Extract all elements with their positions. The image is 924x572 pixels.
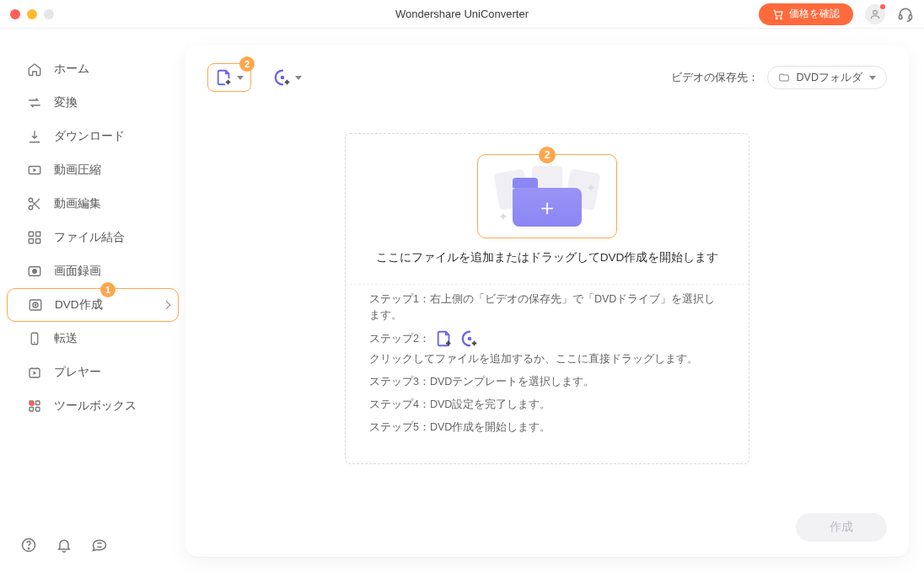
svg-point-30 bbox=[468, 337, 472, 341]
svg-point-0 bbox=[776, 17, 777, 19]
chevron-down-icon bbox=[295, 76, 302, 80]
minimize-icon[interactable] bbox=[27, 9, 37, 19]
convert-icon bbox=[27, 95, 42, 110]
scissors-icon bbox=[27, 196, 42, 211]
sidebar-item-label: ツールボックス bbox=[54, 398, 137, 414]
add-disc-icon bbox=[273, 68, 292, 87]
step-3: ステップ3：DVDテンプレートを選択します。 bbox=[369, 374, 725, 390]
svg-rect-3 bbox=[900, 14, 902, 19]
sidebar-item-toolbox[interactable]: ツールボックス bbox=[7, 389, 179, 423]
callout-badge: 2 bbox=[239, 56, 255, 72]
record-icon bbox=[27, 264, 42, 279]
chevron-down-icon bbox=[237, 76, 244, 80]
svg-rect-10 bbox=[36, 232, 40, 236]
bell-button[interactable] bbox=[56, 537, 73, 553]
svg-marker-6 bbox=[34, 168, 37, 173]
svg-point-8 bbox=[29, 206, 33, 210]
destination-dropdown[interactable]: DVDフォルダ bbox=[767, 66, 887, 89]
close-icon[interactable] bbox=[10, 9, 20, 19]
sidebar-item-label: ホーム bbox=[54, 61, 89, 77]
titlebar: Wondershare UniConverter 価格を確認 bbox=[0, 0, 924, 29]
create-button[interactable]: 作成 bbox=[796, 513, 887, 542]
user-avatar[interactable] bbox=[865, 4, 885, 24]
svg-point-1 bbox=[781, 17, 782, 19]
main-panel: 2 ビデオの保存先： DVDフォルダ bbox=[185, 29, 924, 572]
callout-badge: 2 bbox=[539, 147, 556, 163]
maximize-icon[interactable] bbox=[44, 9, 54, 19]
help-button[interactable] bbox=[20, 537, 37, 553]
dropzone[interactable]: 2 ✦ ✦ ＋ ここにファイルを追加またはドラッグ bbox=[345, 133, 749, 465]
sidebar-item-compress[interactable]: 動画圧縮 bbox=[7, 153, 179, 187]
download-icon bbox=[27, 129, 42, 144]
sidebar-item-player[interactable]: プレヤー bbox=[7, 355, 179, 389]
svg-rect-9 bbox=[29, 232, 33, 236]
sidebar-item-record[interactable]: 画面録画 bbox=[7, 254, 179, 288]
destination-value: DVDフォルダ bbox=[797, 71, 862, 85]
sidebar-item-download[interactable]: ダウンロード bbox=[7, 120, 179, 153]
svg-point-2 bbox=[873, 10, 878, 14]
svg-point-7 bbox=[29, 198, 33, 202]
svg-rect-23 bbox=[30, 408, 34, 412]
svg-point-14 bbox=[33, 270, 37, 274]
sidebar-item-label: 動画編集 bbox=[54, 196, 101, 211]
add-file-button[interactable]: 2 bbox=[207, 63, 251, 92]
toolbox-icon bbox=[27, 398, 42, 414]
feedback-button[interactable] bbox=[91, 537, 108, 553]
svg-rect-11 bbox=[29, 239, 33, 243]
add-file-icon bbox=[215, 68, 234, 87]
svg-marker-20 bbox=[34, 372, 37, 376]
sidebar-item-label: ファイル結合 bbox=[54, 230, 125, 245]
sidebar-item-edit[interactable]: 動画編集 bbox=[7, 187, 179, 221]
price-button-label: 価格を確認 bbox=[789, 7, 840, 21]
sidebar-item-dvd[interactable]: 1 DVD作成 bbox=[7, 288, 179, 322]
svg-rect-4 bbox=[909, 14, 911, 19]
sidebar-item-label: DVD作成 bbox=[55, 297, 103, 313]
svg-point-17 bbox=[35, 304, 36, 306]
sidebar-item-label: 動画圧縮 bbox=[54, 163, 101, 178]
notification-dot-icon bbox=[30, 401, 35, 406]
sparkle-icon: ✦ bbox=[498, 210, 508, 223]
sidebar-item-label: 画面録画 bbox=[54, 264, 101, 279]
sidebar-item-home[interactable]: ホーム bbox=[7, 52, 179, 86]
user-icon bbox=[869, 8, 881, 20]
sidebar-item-label: 転送 bbox=[54, 331, 78, 346]
home-icon bbox=[27, 61, 42, 77]
step-1: ステップ1：右上側の「ビデオの保存先」で「DVDドライブ」を選択します。 bbox=[369, 291, 725, 323]
disc-icon bbox=[28, 297, 43, 313]
step-4: ステップ4：DVD設定を完了します。 bbox=[369, 397, 725, 413]
sidebar-item-label: 変換 bbox=[54, 95, 78, 110]
svg-rect-24 bbox=[36, 408, 40, 412]
transfer-icon bbox=[27, 331, 42, 346]
svg-rect-22 bbox=[36, 401, 40, 405]
player-icon bbox=[27, 365, 42, 380]
price-button[interactable]: 価格を確認 bbox=[759, 3, 853, 25]
sidebar-item-convert[interactable]: 変換 bbox=[7, 86, 179, 120]
sidebar-item-label: プレヤー bbox=[54, 365, 101, 380]
toolbar: 2 ビデオの保存先： DVDフォルダ bbox=[207, 61, 887, 94]
dropzone-illustration: 2 ✦ ✦ ＋ bbox=[477, 154, 617, 238]
chevron-down-icon bbox=[869, 76, 876, 80]
callout-badge: 1 bbox=[100, 282, 116, 297]
window-controls[interactable] bbox=[10, 9, 54, 19]
add-disc-button[interactable] bbox=[266, 63, 309, 92]
add-file-icon bbox=[435, 329, 454, 348]
sidebar-item-label: ダウンロード bbox=[54, 129, 125, 144]
step-5: ステップ5：DVD作成を開始します。 bbox=[369, 420, 725, 436]
svg-point-26 bbox=[28, 548, 29, 549]
merge-icon bbox=[27, 230, 42, 245]
svg-point-28 bbox=[281, 76, 285, 80]
headset-icon[interactable] bbox=[897, 6, 914, 23]
svg-rect-12 bbox=[36, 239, 40, 243]
folder-icon bbox=[778, 72, 790, 83]
save-destination-label: ビデオの保存先： bbox=[671, 71, 759, 85]
compress-icon bbox=[27, 163, 42, 178]
sidebar: ホーム 変換 ダウンロード 動画圧縮 動画編集 bbox=[0, 29, 185, 572]
add-disc-icon bbox=[460, 329, 479, 348]
sidebar-item-merge[interactable]: ファイル結合 bbox=[7, 221, 179, 254]
step-2: ステップ2： クリックしてファイルを追加するか、ここに直接ドラッグします。 bbox=[369, 329, 725, 367]
sparkle-icon: ✦ bbox=[586, 181, 596, 195]
cart-icon bbox=[772, 8, 784, 20]
notification-dot-icon bbox=[880, 4, 885, 9]
dropzone-title: ここにファイルを追加またはドラッグしてDVD作成を開始します bbox=[369, 250, 725, 265]
sidebar-item-transfer[interactable]: 転送 bbox=[7, 322, 179, 355]
